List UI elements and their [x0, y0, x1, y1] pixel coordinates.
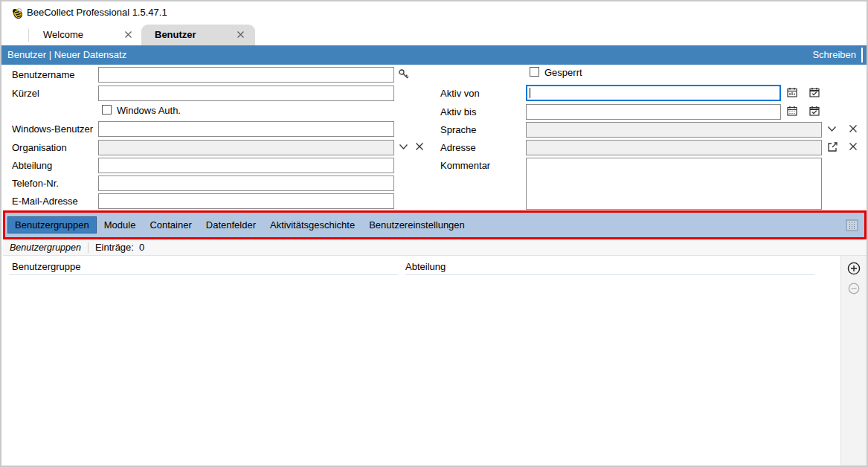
- calendar-icon[interactable]: [787, 106, 797, 116]
- section-tab-benutzergruppen[interactable]: Benutzergruppen: [7, 216, 97, 234]
- organisation-field[interactable]: [98, 140, 394, 155]
- sprache-label: Sprache: [440, 124, 476, 135]
- list-status-row: Benutzergruppen Einträge: 0: [3, 239, 867, 256]
- aktiv-bis-field[interactable]: [526, 104, 781, 120]
- status-separator: [88, 242, 89, 253]
- column-header-abteilung[interactable]: Abteilung: [405, 261, 446, 272]
- entries-count: 0: [139, 242, 144, 253]
- telefon-label: Telefon-Nr.: [12, 178, 59, 189]
- schreiben-button[interactable]: Schreiben: [812, 45, 856, 65]
- aktiv-von-label: Aktiv von: [440, 88, 480, 99]
- tab-divider: [28, 29, 29, 42]
- text-cursor: [530, 88, 530, 98]
- row-toolbar: [840, 256, 867, 466]
- benutzername-label: Benutzername: [12, 69, 75, 80]
- tab-welcome[interactable]: Welcome: [43, 29, 83, 41]
- calendar-check-icon[interactable]: [809, 87, 820, 97]
- column-underline: [405, 274, 814, 275]
- telefon-field[interactable]: [98, 175, 394, 191]
- entries-label: Einträge:: [95, 242, 134, 253]
- kommentar-field[interactable]: [526, 158, 822, 210]
- close-icon[interactable]: [124, 30, 132, 39]
- benutzername-field[interactable]: [98, 67, 394, 83]
- chevron-down-icon[interactable]: [827, 126, 837, 132]
- window-title: BeeCollect Professional 1.5.47.1: [27, 1, 167, 24]
- windows-benutzer-label: Windows-Benutzer: [12, 123, 93, 135]
- gesperrt-label: Gesperrt: [544, 67, 582, 78]
- key-icon[interactable]: [398, 68, 410, 80]
- minus-circle-icon[interactable]: [848, 283, 860, 294]
- section-tab-datenfelder[interactable]: Datenfelder: [199, 217, 263, 233]
- kuerzel-label: Kürzel: [12, 88, 39, 99]
- section-tab-aktivitaetsgeschichte[interactable]: Aktivitätsgeschichte: [263, 217, 361, 233]
- organisation-label: Organisation: [12, 142, 67, 153]
- adresse-field[interactable]: [526, 140, 822, 155]
- section-tab-module[interactable]: Module: [97, 217, 143, 233]
- title-bar: BeeCollect Professional 1.5.47.1: [1, 1, 867, 24]
- column-header-benutzergruppe[interactable]: Benutzergruppe: [12, 261, 81, 272]
- close-icon[interactable]: [237, 30, 245, 39]
- section-tab-strip: Benutzergruppen Module Container Datenfe…: [5, 213, 864, 237]
- record-header: Benutzer | Neuer Datensatz Schreiben: [1, 45, 867, 65]
- windows-auth-checkbox[interactable]: [102, 105, 112, 115]
- windows-benutzer-field[interactable]: [98, 121, 394, 137]
- email-label: E-Mail-Adresse: [12, 196, 78, 207]
- gesperrt-checkbox[interactable]: [530, 67, 539, 77]
- header-separator: [861, 48, 863, 62]
- open-external-icon[interactable]: [827, 141, 838, 152]
- section-tab-benutzereinstellungen[interactable]: Benutzereinstellungen: [362, 217, 472, 233]
- plus-circle-icon[interactable]: [847, 262, 861, 275]
- clear-x-icon[interactable]: [849, 142, 858, 151]
- clear-x-icon[interactable]: [849, 124, 858, 133]
- email-field[interactable]: [98, 193, 394, 209]
- calendar-check-icon[interactable]: [809, 106, 820, 116]
- aktiv-von-field[interactable]: [526, 85, 781, 101]
- record-header-title: Benutzer | Neuer Datensatz: [7, 45, 126, 65]
- clear-x-icon[interactable]: [415, 142, 424, 151]
- abteilung-field[interactable]: [98, 158, 394, 173]
- app-window: BeeCollect Professional 1.5.47.1 Welcome…: [0, 0, 868, 467]
- kuerzel-field[interactable]: [98, 86, 394, 101]
- tab-benutzer-label[interactable]: Benutzer: [155, 29, 196, 41]
- sprache-field[interactable]: [526, 122, 822, 138]
- calendar-icon[interactable]: [787, 87, 797, 97]
- list-caption: Benutzergruppen: [10, 242, 81, 253]
- chevron-down-icon[interactable]: [399, 144, 408, 150]
- column-underline: [9, 274, 398, 275]
- bee-icon: [10, 7, 23, 19]
- adresse-label: Adresse: [440, 142, 476, 153]
- section-tab-container[interactable]: Container: [143, 217, 198, 233]
- kommentar-label: Kommentar: [440, 160, 490, 171]
- abteilung-label: Abteilung: [12, 160, 52, 171]
- windows-auth-label: Windows Auth.: [117, 105, 181, 116]
- aktiv-bis-label: Aktiv bis: [440, 106, 476, 117]
- grid-panel-icon[interactable]: [846, 219, 858, 231]
